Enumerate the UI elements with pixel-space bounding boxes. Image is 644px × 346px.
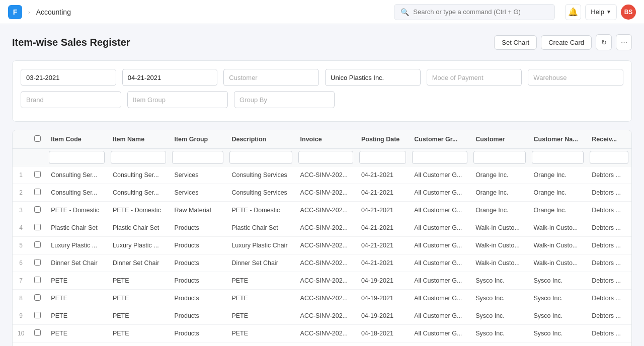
cell-invoice: ACC-SINV-202... <box>295 325 356 342</box>
mode-of-payment-input[interactable] <box>427 69 522 86</box>
filter-item-name[interactable] <box>111 151 167 164</box>
table-row: 8 PETE PETE Products PETE ACC-SINV-202..… <box>13 290 631 307</box>
item-group-input[interactable] <box>127 91 228 108</box>
cell-item-code: Luxury Plastic ... <box>46 237 108 254</box>
row-checkbox-4[interactable] <box>34 241 41 248</box>
cell-item-name: Dinner Set Chair <box>108 254 170 272</box>
col-item-code: Item Code <box>46 130 108 149</box>
cell-customer: Orange Inc. <box>470 166 528 184</box>
cell-item-name: Plastic Chair Set <box>108 219 170 237</box>
date-to-input[interactable] <box>122 69 218 86</box>
row-checkbox-1[interactable] <box>34 189 41 195</box>
search-icon: 🔍 <box>400 8 409 16</box>
cell-receivable: Debtors ... <box>587 254 631 272</box>
cell-item-group: Services <box>169 166 226 184</box>
filter-description[interactable] <box>229 151 292 164</box>
cell-description: Plastic Chair Set <box>226 219 295 237</box>
cell-cust-group: All Customer G... <box>409 184 470 202</box>
cell-row-num: 9 <box>13 307 29 325</box>
col-customer-group: Customer Gr... <box>409 130 470 149</box>
notification-button[interactable]: 🔔 <box>565 4 581 20</box>
table-row: 1 Consulting Ser... Consulting Ser... Se… <box>13 166 631 184</box>
filter-item-group[interactable] <box>172 151 223 164</box>
cell-row-num: 4 <box>13 219 29 237</box>
cell-customer: Walk-in Custo... <box>470 254 528 272</box>
cell-item-group: Products <box>169 254 226 272</box>
cell-cust-name: Walk-in Custo... <box>529 237 587 254</box>
col-invoice: Invoice <box>295 130 356 149</box>
cell-description: Consulting Services <box>226 166 295 184</box>
row-checkbox-8[interactable] <box>34 312 41 318</box>
customer-input[interactable] <box>223 69 319 86</box>
cell-invoice: ACC-SINV-202... <box>295 219 356 237</box>
warehouse-input[interactable] <box>528 69 623 86</box>
cell-item-group: Products <box>169 290 226 307</box>
select-all-checkbox[interactable] <box>34 135 41 142</box>
refresh-button[interactable]: ↻ <box>596 34 612 50</box>
cell-item-group: Raw Material <box>169 202 226 219</box>
cell-receivable: Debtors ... <box>587 166 631 184</box>
cell-receivable: Debtors ... <box>587 219 631 237</box>
filter-item-code[interactable] <box>49 151 105 164</box>
row-checkbox-5[interactable] <box>34 259 41 266</box>
table-row: 3 PETE - Domestic PETE - Domestic Raw Ma… <box>13 202 631 219</box>
row-checkbox-7[interactable] <box>34 294 41 301</box>
cell-row-num: 3 <box>13 202 29 219</box>
row-checkbox-0[interactable] <box>34 171 41 178</box>
col-customer-name: Customer Na... <box>529 130 587 149</box>
cell-invoice: ACC-SINV-202... <box>295 166 356 184</box>
cell-cust-group: All Customer G... <box>409 219 470 237</box>
select-all-col <box>29 130 46 149</box>
more-options-button[interactable]: ⋯ <box>616 34 632 50</box>
col-posting-date: Posting Date <box>356 130 409 149</box>
cell-cust-name: Orange Inc. <box>529 202 587 219</box>
cell-posting-date: 04-21-2021 <box>356 202 409 219</box>
create-card-button[interactable]: Create Card <box>541 35 592 50</box>
table-row: 11 iPhone 13 Pro ... iPhone All Item Gro… <box>13 342 631 347</box>
row-checkbox-6[interactable] <box>34 277 41 283</box>
cell-item-group: Products <box>169 307 226 325</box>
table-body: 1 Consulting Ser... Consulting Ser... Se… <box>13 166 631 347</box>
column-filter-row <box>13 149 631 166</box>
cell-posting-date: 04-21-2021 <box>356 219 409 237</box>
page-header: Item-wise Sales Register Set Chart Creat… <box>12 34 632 50</box>
row-checkbox-3[interactable] <box>34 224 41 230</box>
cell-posting-date: 04-16-2021 <box>356 342 409 347</box>
cell-row-num: 7 <box>13 272 29 290</box>
customer-value-input[interactable] <box>325 69 421 86</box>
filter-receivable[interactable] <box>590 151 628 164</box>
cell-item-code: Dinner Set Chair <box>46 254 108 272</box>
row-checkbox-9[interactable] <box>34 329 41 336</box>
filter-invoice[interactable] <box>298 151 353 164</box>
search-bar[interactable]: 🔍 <box>394 4 555 20</box>
filter-posting-date[interactable] <box>359 151 406 164</box>
help-button[interactable]: Help ▼ <box>585 4 617 20</box>
row-checkbox-2[interactable] <box>34 206 41 213</box>
cell-invoice: ACC-SINV-202... <box>295 307 356 325</box>
chevron-down-icon: ▼ <box>606 9 611 15</box>
filter-cust-name[interactable] <box>532 151 584 164</box>
cell-invoice: ACC-SINV-202... <box>295 237 356 254</box>
table-row: 6 Dinner Set Chair Dinner Set Chair Prod… <box>13 254 631 272</box>
cell-posting-date: 04-19-2021 <box>356 307 409 325</box>
breadcrumb-chevron: › <box>28 9 30 15</box>
cell-cust-name: Sysco Inc. <box>529 272 587 290</box>
cell-cust-group: All Customer G... <box>409 237 470 254</box>
cell-posting-date: 04-21-2021 <box>356 184 409 202</box>
cell-description: PETE <box>226 325 295 342</box>
brand-input[interactable] <box>21 91 121 108</box>
app-logo[interactable]: F <box>8 5 22 19</box>
cell-item-name: PETE <box>108 325 170 342</box>
cell-customer: Sysco Inc. <box>470 272 528 290</box>
group-by-select[interactable]: Group By <box>234 91 335 108</box>
filter-customer[interactable] <box>473 151 525 164</box>
cell-cust-name: Sysco Inc. <box>529 290 587 307</box>
cell-row-num: 1 <box>13 166 29 184</box>
cell-invoice: ACC-SINV-202... <box>295 272 356 290</box>
search-input[interactable] <box>413 8 548 16</box>
set-chart-button[interactable]: Set Chart <box>494 35 537 50</box>
filter-cust-group[interactable] <box>412 151 467 164</box>
avatar[interactable]: BS <box>621 5 636 20</box>
date-from-input[interactable] <box>21 69 116 86</box>
cell-item-name: PETE - Domestic <box>108 202 170 219</box>
